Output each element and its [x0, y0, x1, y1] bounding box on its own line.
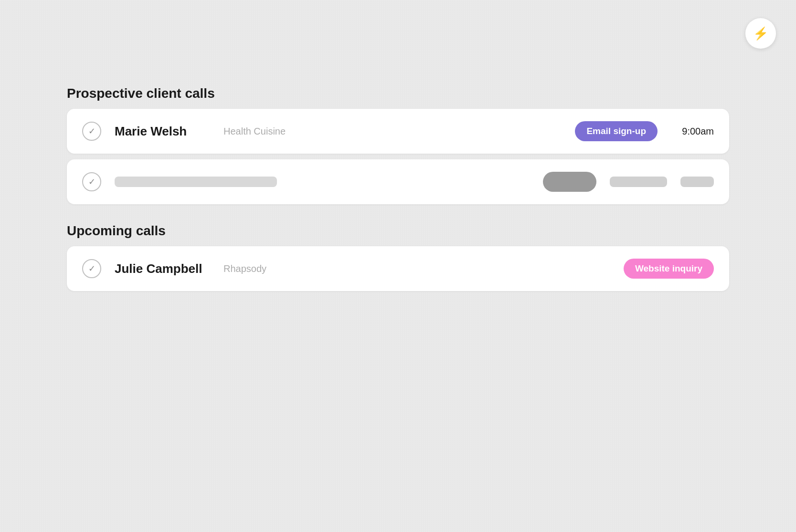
lightning-button[interactable]: ⚡: [745, 18, 776, 49]
check-circle-marie[interactable]: ✓: [82, 122, 101, 141]
checkmark-icon-julie: ✓: [88, 263, 96, 274]
prospective-section: Prospective client calls ✓ Marie Welsh H…: [67, 86, 729, 204]
marie-welsh-time: 9:00am: [671, 126, 714, 137]
julie-campbell-tag[interactable]: Website inquiry: [624, 259, 714, 279]
checkmark-icon: ✓: [88, 126, 96, 136]
marie-welsh-name: Marie Welsh: [115, 124, 210, 139]
check-circle-julie[interactable]: ✓: [82, 259, 101, 278]
skeleton-time-bar-1: [610, 177, 667, 187]
skeleton-checkmark-icon: ✓: [88, 177, 96, 187]
marie-welsh-company: Health Cuisine: [223, 126, 562, 137]
skeleton-name-bar: [115, 177, 277, 187]
marie-welsh-card[interactable]: ✓ Marie Welsh Health Cuisine Email sign-…: [67, 109, 729, 154]
main-content: Prospective client calls ✓ Marie Welsh H…: [67, 86, 729, 310]
prospective-section-title: Prospective client calls: [67, 86, 729, 101]
check-circle-skeleton: ✓: [82, 172, 101, 191]
julie-campbell-card[interactable]: ✓ Julie Campbell Rhapsody Website inquir…: [67, 246, 729, 291]
lightning-icon: ⚡: [753, 26, 768, 41]
julie-campbell-name: Julie Campbell: [115, 261, 210, 276]
upcoming-section: Upcoming calls ✓ Julie Campbell Rhapsody…: [67, 223, 729, 291]
skeleton-time-bar-2: [680, 177, 714, 187]
skeleton-card: ✓: [67, 159, 729, 204]
upcoming-section-title: Upcoming calls: [67, 223, 729, 239]
skeleton-tag: [543, 172, 596, 192]
julie-campbell-company: Rhapsody: [223, 263, 610, 274]
marie-welsh-tag[interactable]: Email sign-up: [575, 121, 658, 141]
